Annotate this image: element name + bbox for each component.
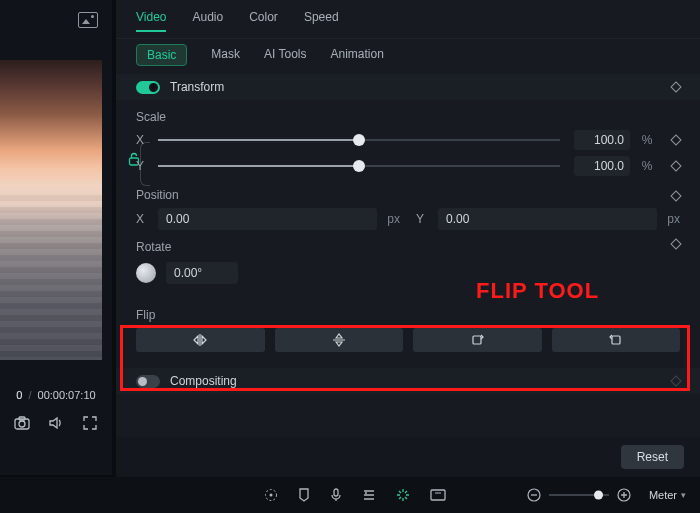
svg-rect-10 <box>431 490 445 500</box>
svg-point-9 <box>365 492 367 494</box>
tab-mask[interactable]: Mask <box>211 47 240 66</box>
scale-y-keyframe-icon[interactable] <box>670 160 681 171</box>
rotate-cw-button[interactable] <box>413 328 542 352</box>
secondary-tabs: Basic Mask AI Tools Animation <box>116 39 700 74</box>
zoom-in-icon[interactable] <box>617 488 631 502</box>
reset-button[interactable]: Reset <box>621 445 684 469</box>
compositing-keyframe-icon[interactable] <box>670 375 681 386</box>
scale-section: Scale X 100.0 % Y 100.0 % <box>116 100 700 176</box>
svg-point-7 <box>270 494 273 497</box>
tab-speed[interactable]: Speed <box>304 10 339 32</box>
bottom-toolbar: Meter ▾ <box>0 477 700 513</box>
transform-keyframe-icon[interactable] <box>670 81 681 92</box>
scale-x-value[interactable]: 100.0 <box>574 130 630 150</box>
time-sep: / <box>28 389 31 401</box>
scale-x-unit: % <box>640 133 654 147</box>
rotate-knob[interactable] <box>136 263 156 283</box>
meter-label: Meter <box>649 489 677 501</box>
svg-rect-5 <box>612 336 620 344</box>
preview-pane: 0 / 00:00:07:10 <box>0 0 112 475</box>
rotate-section: Rotate 0.00° <box>116 230 700 284</box>
compositing-toggle[interactable] <box>136 375 160 388</box>
tab-aitools[interactable]: AI Tools <box>264 47 306 66</box>
focus-icon[interactable] <box>264 488 278 502</box>
tab-color[interactable]: Color <box>249 10 278 32</box>
scale-y-row: Y 100.0 % <box>136 156 680 176</box>
flip-horizontal-button[interactable] <box>136 328 265 352</box>
primary-tabs: Video Audio Color Speed <box>116 0 700 39</box>
properties-panel: Video Audio Color Speed Basic Mask AI To… <box>116 0 700 477</box>
flip-section: Flip <box>116 298 700 352</box>
rotate-ccw-button[interactable] <box>552 328 681 352</box>
tab-audio[interactable]: Audio <box>192 10 223 32</box>
current-time: 0 <box>16 389 22 401</box>
meter-dropdown[interactable]: Meter ▾ <box>649 489 686 501</box>
rotate-label: Rotate <box>136 240 680 254</box>
scale-x-axis: X <box>136 133 148 147</box>
pos-x-axis: X <box>136 212 148 226</box>
pos-y-unit: px <box>667 212 680 226</box>
scale-y-slider[interactable] <box>158 165 560 167</box>
tab-animation[interactable]: Animation <box>330 47 383 66</box>
pos-x-unit: px <box>387 212 400 226</box>
zoom-slider[interactable] <box>549 494 609 496</box>
rotate-value[interactable]: 0.00° <box>166 262 238 284</box>
pos-y-value[interactable]: 0.00 <box>438 208 657 230</box>
zoom-control <box>527 488 631 502</box>
scale-x-slider[interactable] <box>158 139 560 141</box>
ratio-icon[interactable] <box>430 489 446 501</box>
transform-label: Transform <box>170 80 224 94</box>
tab-basic[interactable]: Basic <box>136 44 187 66</box>
reset-bar: Reset <box>116 437 700 477</box>
compositing-label: Compositing <box>170 374 237 388</box>
preview-thumbnail[interactable] <box>0 60 102 360</box>
scale-y-unit: % <box>640 159 654 173</box>
scale-y-value[interactable]: 100.0 <box>574 156 630 176</box>
pos-y-axis: Y <box>416 212 428 226</box>
scale-label: Scale <box>136 110 680 124</box>
flip-label: Flip <box>136 308 680 322</box>
svg-rect-8 <box>334 489 338 496</box>
fullscreen-icon[interactable] <box>82 415 98 431</box>
transform-header[interactable]: Transform <box>116 74 700 100</box>
track-icon[interactable] <box>362 489 376 501</box>
total-time: 00:00:07:10 <box>38 389 96 401</box>
scale-x-keyframe-icon[interactable] <box>670 134 681 145</box>
scale-y-axis: Y <box>136 159 148 173</box>
image-icon[interactable] <box>78 12 98 28</box>
svg-rect-4 <box>473 336 481 344</box>
auto-icon[interactable] <box>396 488 410 502</box>
pos-x-value[interactable]: 0.00 <box>158 208 377 230</box>
zoom-out-icon[interactable] <box>527 488 541 502</box>
timecode: 0 / 00:00:07:10 <box>0 389 112 401</box>
transform-toggle[interactable] <box>136 81 160 94</box>
position-label: Position <box>136 188 680 202</box>
voiceover-icon[interactable] <box>330 488 342 502</box>
marker-icon[interactable] <box>298 488 310 502</box>
snapshot-icon[interactable] <box>14 415 30 431</box>
volume-icon[interactable] <box>48 415 64 431</box>
position-section: Position X 0.00 px Y 0.00 px <box>116 182 700 230</box>
flip-vertical-button[interactable] <box>275 328 404 352</box>
compositing-header[interactable]: Compositing <box>116 368 700 394</box>
tab-video[interactable]: Video <box>136 10 166 32</box>
chevron-down-icon: ▾ <box>681 490 686 500</box>
svg-point-1 <box>19 421 25 427</box>
scale-x-row: X 100.0 % <box>136 130 680 150</box>
